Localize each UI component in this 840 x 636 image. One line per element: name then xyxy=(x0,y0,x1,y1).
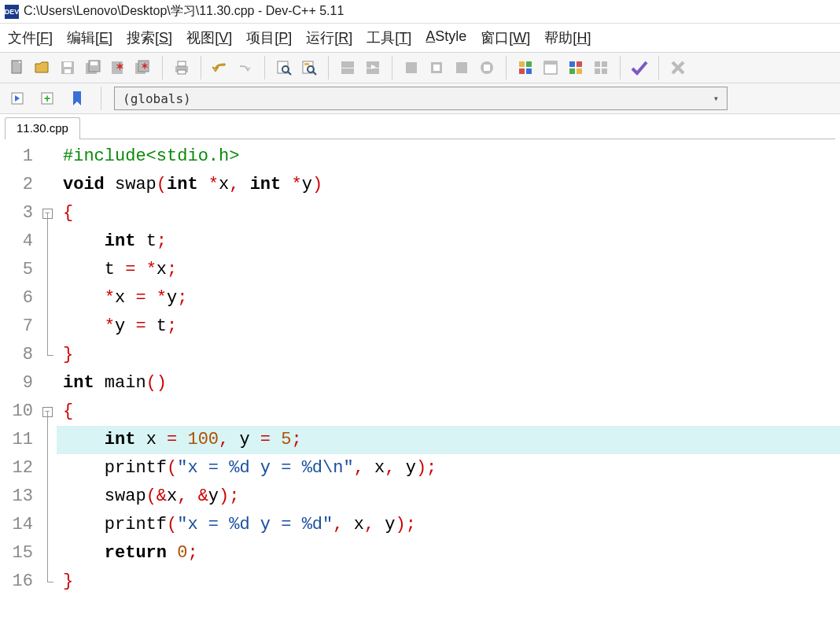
toggle-bookmark-button[interactable] xyxy=(66,87,88,109)
menu-project[interactable]: 项目[P] xyxy=(246,28,292,47)
code-line[interactable]: return 0; xyxy=(57,539,840,568)
line-number: 9 xyxy=(8,369,33,398)
menu-astyle[interactable]: AStyle xyxy=(426,28,466,47)
svg-text:✶: ✶ xyxy=(141,61,149,72)
open-file-button[interactable] xyxy=(31,57,53,79)
menu-file[interactable]: 文件[F] xyxy=(8,28,53,47)
window-tile-button[interactable] xyxy=(540,57,562,79)
window-cascade-button[interactable] xyxy=(565,57,587,79)
line-number: 8 xyxy=(8,341,33,369)
code-line[interactable]: int t; xyxy=(57,227,840,256)
svg-rect-4 xyxy=(64,62,72,67)
svg-rect-45 xyxy=(595,61,600,67)
rebuild-button[interactable] xyxy=(426,57,448,79)
menu-help[interactable]: 帮助[H] xyxy=(544,28,591,47)
svg-rect-41 xyxy=(569,61,575,67)
close-all-button[interactable]: ✶ xyxy=(132,57,154,79)
fold-cell xyxy=(38,511,57,539)
menu-window[interactable]: 窗口[W] xyxy=(481,28,530,47)
code-line[interactable]: } xyxy=(57,341,840,369)
code-line[interactable]: *x = *y; xyxy=(57,284,840,312)
svg-rect-34 xyxy=(484,65,490,71)
profile-button[interactable] xyxy=(514,57,536,79)
code-line[interactable]: *y = t; xyxy=(57,312,840,341)
delete-button[interactable] xyxy=(667,57,689,79)
titlebar: DEV C:\Users\Lenovo\Desktop\学习\11.30.cpp… xyxy=(0,0,840,24)
code-line[interactable]: printf("x = %d y = %d", x, y); xyxy=(57,511,840,539)
svg-rect-46 xyxy=(602,61,607,67)
svg-rect-48 xyxy=(602,68,607,74)
svg-line-19 xyxy=(288,72,291,75)
new-file-button[interactable] xyxy=(6,57,28,79)
close-file-button[interactable]: ✶ xyxy=(107,57,129,79)
fold-cell xyxy=(38,454,57,483)
svg-text:+: + xyxy=(44,92,50,105)
compile-button[interactable] xyxy=(337,57,359,79)
svg-rect-37 xyxy=(519,68,525,74)
line-number-gutter: 12345678910111213141516 xyxy=(0,139,38,599)
check-syntax-button[interactable] xyxy=(628,57,650,79)
svg-rect-24 xyxy=(341,61,354,68)
code-line[interactable]: int x = 100, y = 5; xyxy=(57,426,840,454)
compile-run-button[interactable] xyxy=(400,57,422,79)
code-line[interactable]: { xyxy=(57,398,840,426)
code-line[interactable]: int main() xyxy=(57,369,840,398)
tab-label: 11.30.cpp xyxy=(17,121,68,135)
svg-marker-2 xyxy=(35,62,48,72)
code-area[interactable]: #include<stdio.h>void swap(int *x, int *… xyxy=(57,139,840,599)
code-line[interactable]: printf("x = %d y = %d\n", x, y); xyxy=(57,454,840,483)
redo-button[interactable] xyxy=(234,57,256,79)
fold-column[interactable]: −− xyxy=(38,139,57,599)
fold-cell[interactable]: − xyxy=(38,199,57,227)
code-editor[interactable]: 12345678910111213141516 −− #include<stdi… xyxy=(0,139,840,599)
editor-tabstrip: 11.30.cpp xyxy=(0,114,840,139)
svg-rect-40 xyxy=(544,61,557,65)
svg-rect-44 xyxy=(577,68,582,74)
menu-edit[interactable]: 编辑[E] xyxy=(67,28,112,47)
svg-rect-47 xyxy=(595,68,600,74)
menu-run[interactable]: 运行[R] xyxy=(306,28,352,47)
code-line[interactable]: { xyxy=(57,199,840,227)
line-number: 11 xyxy=(8,426,33,454)
fold-cell xyxy=(38,568,57,596)
scope-combobox[interactable]: (globals) ▾ xyxy=(114,87,728,110)
code-line[interactable]: #include<stdio.h> xyxy=(57,142,840,171)
fold-cell xyxy=(38,142,57,171)
line-number: 6 xyxy=(8,284,33,312)
line-number: 3 xyxy=(8,199,33,227)
undo-button[interactable] xyxy=(209,57,231,79)
svg-rect-8 xyxy=(90,61,98,65)
svg-line-22 xyxy=(313,72,316,75)
run-button[interactable] xyxy=(362,57,384,79)
replace-button[interactable] xyxy=(298,57,320,79)
code-line[interactable]: } xyxy=(57,568,840,596)
line-number: 12 xyxy=(8,454,33,483)
line-number: 10 xyxy=(8,398,33,426)
code-line[interactable]: void swap(int *x, int *y) xyxy=(57,171,840,199)
find-button[interactable] xyxy=(273,57,295,79)
menu-search[interactable]: 搜索[S] xyxy=(127,28,172,47)
chevron-down-icon: ▾ xyxy=(713,93,719,104)
fold-cell xyxy=(38,483,57,511)
code-line[interactable]: swap(&x, &y); xyxy=(57,483,840,511)
stop-button[interactable] xyxy=(476,57,498,79)
debug-button[interactable] xyxy=(451,57,473,79)
svg-rect-15 xyxy=(178,61,186,66)
svg-rect-25 xyxy=(341,68,354,74)
menu-tools[interactable]: 工具[T] xyxy=(367,28,411,47)
window-grid-button[interactable] xyxy=(590,57,612,79)
goto-function-button[interactable] xyxy=(6,87,28,109)
fold-cell xyxy=(38,426,57,454)
fold-cell[interactable]: − xyxy=(38,398,57,426)
print-button[interactable] xyxy=(171,57,193,79)
add-bookmark-button[interactable]: + xyxy=(36,87,58,109)
save-all-button[interactable] xyxy=(82,57,104,79)
line-number: 14 xyxy=(8,511,33,539)
svg-rect-43 xyxy=(569,68,575,74)
save-button[interactable] xyxy=(57,57,79,79)
tab-file[interactable]: 11.30.cpp xyxy=(5,117,80,139)
menubar: 文件[F] 编辑[E] 搜索[S] 视图[V] 项目[P] 运行[R] 工具[T… xyxy=(0,24,840,52)
menu-view[interactable]: 视图[V] xyxy=(186,28,232,47)
svg-rect-38 xyxy=(526,68,532,74)
code-line[interactable]: t = *x; xyxy=(57,256,840,284)
